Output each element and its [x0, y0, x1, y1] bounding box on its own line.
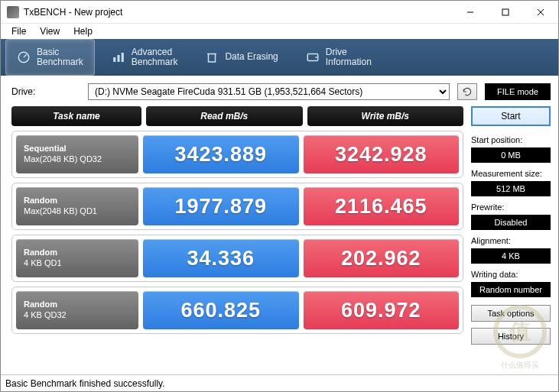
start-position-label: Start position:	[471, 135, 551, 144]
tab-label: Advanced Benchmark	[132, 47, 178, 67]
prewrite-value[interactable]: Disabled	[471, 215, 551, 230]
alignment-label: Alignment:	[471, 236, 551, 245]
read-value[interactable]: 1977.879	[143, 187, 299, 225]
svg-point-10	[315, 57, 317, 58]
tab-label: Basic Benchmark	[37, 47, 83, 67]
tab-label: Data Erasing	[225, 52, 278, 62]
minimize-button[interactable]	[453, 1, 488, 24]
header-write: Write mB/s	[307, 106, 464, 126]
bench-row: SequentialMax(2048 KB) QD32 3423.889 324…	[11, 131, 463, 178]
menubar: File View Help	[1, 24, 558, 39]
task-cell[interactable]: Random4 KB QD32	[16, 291, 138, 329]
bars-icon	[112, 50, 125, 64]
header-read: Read mB/s	[146, 106, 303, 126]
read-value[interactable]: 660.825	[143, 291, 299, 329]
refresh-button[interactable]	[457, 83, 477, 100]
svg-rect-6	[113, 57, 115, 62]
file-mode-button[interactable]: FILE mode	[485, 83, 551, 100]
read-value[interactable]: 3423.889	[143, 135, 299, 173]
results-header: Task name Read mB/s Write mB/s	[11, 106, 463, 126]
write-value[interactable]: 2116.465	[304, 187, 460, 225]
write-value[interactable]: 3242.928	[304, 135, 460, 173]
svg-rect-1	[502, 9, 509, 15]
drive-select[interactable]: (D:) NVMe Seagate FireCuda 931.51 GB (1,…	[88, 83, 450, 100]
bench-row: Random4 KB QD32 660.825 609.972	[11, 287, 463, 334]
tab-data-erasing[interactable]: Data Erasing	[194, 39, 288, 76]
tab-advanced-benchmark[interactable]: Advanced Benchmark	[101, 39, 189, 76]
menu-help[interactable]: Help	[67, 25, 99, 37]
prewrite-label: Prewrite:	[471, 202, 551, 212]
drive-row: Drive: (D:) NVMe Seagate FireCuda 931.51…	[1, 76, 558, 106]
start-position-value[interactable]: 0 MB	[471, 147, 551, 163]
gauge-icon	[17, 50, 31, 64]
write-value[interactable]: 609.972	[304, 291, 460, 329]
svg-rect-7	[117, 55, 119, 62]
side-panel: Start Start position: 0 MB Measurement s…	[471, 106, 551, 371]
svg-line-5	[24, 54, 27, 57]
window-title: TxBENCH - New project	[24, 7, 453, 18]
titlebar: TxBENCH - New project	[1, 1, 558, 24]
start-button[interactable]: Start	[471, 106, 551, 126]
menu-view[interactable]: View	[34, 25, 66, 37]
close-button[interactable]	[523, 1, 558, 24]
tab-label: Drive Information	[326, 47, 372, 67]
results-panel: Task name Read mB/s Write mB/s Sequentia…	[11, 106, 463, 371]
tab-basic-benchmark[interactable]: Basic Benchmark	[5, 39, 95, 76]
svg-rect-8	[121, 53, 123, 62]
toolbar: Basic Benchmark Advanced Benchmark Data …	[1, 39, 558, 76]
bench-row: RandomMax(2048 KB) QD1 1977.879 2116.465	[11, 183, 463, 230]
writing-data-label: Writing data:	[471, 270, 551, 279]
read-value[interactable]: 34.336	[143, 239, 299, 277]
write-value[interactable]: 202.962	[304, 239, 460, 277]
measurement-size-label: Measurement size:	[471, 169, 551, 178]
task-cell[interactable]: RandomMax(2048 KB) QD1	[16, 187, 138, 225]
bench-row: Random4 KB QD1 34.336 202.962	[11, 235, 463, 282]
tab-drive-information[interactable]: Drive Information	[295, 39, 382, 76]
task-cell[interactable]: SequentialMax(2048 KB) QD32	[16, 135, 138, 173]
app-icon	[7, 6, 19, 18]
menu-file[interactable]: File	[5, 25, 32, 37]
status-text: Basic Benchmark finished successfully.	[5, 378, 165, 389]
measurement-size-value[interactable]: 512 MB	[471, 181, 551, 196]
writing-data-value[interactable]: Random number	[471, 282, 551, 297]
task-options-button[interactable]: Task options	[471, 305, 551, 322]
alignment-value[interactable]: 4 KB	[471, 248, 551, 264]
header-task: Task name	[11, 106, 141, 126]
refresh-icon	[462, 86, 473, 97]
drive-icon	[306, 50, 320, 64]
history-button[interactable]: History	[471, 328, 551, 345]
erase-icon	[205, 50, 219, 64]
task-cell[interactable]: Random4 KB QD1	[16, 239, 138, 277]
maximize-button[interactable]	[488, 1, 523, 24]
statusbar: Basic Benchmark finished successfully.	[1, 374, 558, 391]
drive-label: Drive:	[11, 86, 80, 97]
